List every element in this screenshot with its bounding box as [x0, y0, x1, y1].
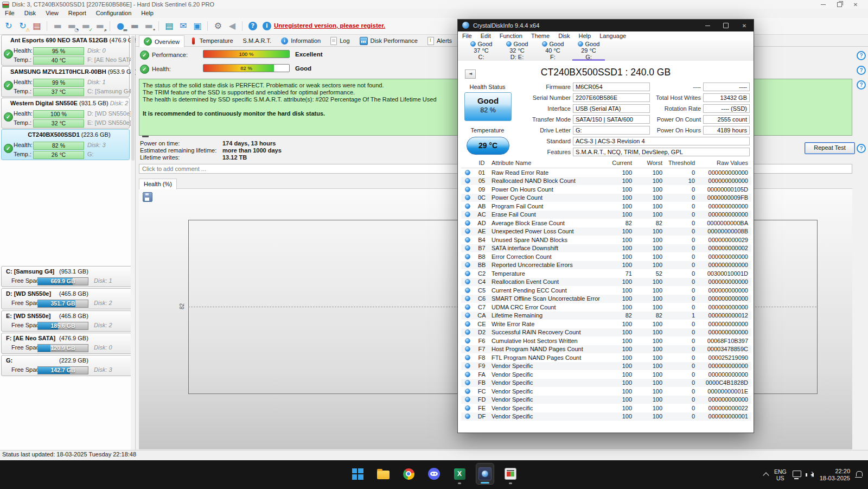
hds-tab[interactable]: Disk Performance [355, 35, 422, 46]
hard-disk-sentinel-taskbar-button[interactable] [501, 463, 520, 485]
maximize-button[interactable] [717, 20, 735, 31]
hds-tab[interactable]: Information [277, 35, 325, 46]
partition-panel[interactable]: E: [WD SN550e](465.8 GB) Free Space 185.… [1, 310, 132, 332]
tray-overflow-chevron-icon[interactable] [763, 472, 769, 478]
smart-row[interactable]: 09 Power On Hours Count 100 100 0 000000… [461, 185, 751, 194]
cdi-menu-item[interactable]: Edit [476, 31, 495, 40]
disk-panel-2[interactable]: Western Digital SN550E (931.5 GB) Disk: … [1, 98, 130, 129]
cdi-menu-item[interactable]: Theme [527, 31, 554, 40]
health-chart-tab[interactable]: Health (%) [139, 179, 177, 189]
speaker-icon[interactable] [810, 473, 814, 477]
smart-row[interactable]: CA Lifetime Remaining 82 82 1 0000000000… [461, 312, 751, 320]
smart-row[interactable]: D2 Successful RAIN Recovery Count 100 10… [461, 328, 751, 337]
smart-row[interactable]: F7 Host Program NAND Pages Count 100 100… [461, 345, 751, 354]
excel-button[interactable] [450, 463, 469, 485]
smart-row[interactable]: AE Unexpected Power Loss Count 100 100 0… [461, 227, 751, 236]
network-icon[interactable] [793, 471, 801, 477]
network-disk-icon[interactable]: ● ▬ [114, 20, 127, 33]
help-icon[interactable] [857, 144, 866, 153]
smart-row[interactable]: FC Vendor Specific 100 100 0 00000000001… [461, 387, 751, 396]
smart-row[interactable]: C6 SMART Offline Scan Uncorrectable Erro… [461, 295, 751, 303]
hds-menu-item[interactable]: Report [63, 9, 91, 18]
disk-panel-1[interactable]: SAMSUNG MZVL21T0HCLR-00BH (953.9 GB) Hea… [1, 66, 130, 97]
file-explorer-button[interactable] [374, 463, 392, 485]
repeat-test-button[interactable]: Repeat Test [805, 142, 855, 154]
hds-tab[interactable]: S.M.A.R.T. [239, 35, 276, 46]
info-icon[interactable]: i [260, 20, 273, 33]
disk-panel-0[interactable]: Ant Esports 690 NEO SATA 512GB (476.9 GB… [1, 35, 130, 66]
partition-panel[interactable]: D: [WD SN550e](465.8 GB) Free Space 351.… [1, 288, 132, 309]
settings-icon[interactable]: ⚙ [212, 20, 225, 33]
smart-row[interactable]: 01 Raw Read Error Rate 100 100 0 0000000… [461, 168, 751, 177]
hds-tab[interactable]: Temperature [186, 35, 238, 46]
mail-icon[interactable]: ✉ [177, 20, 190, 33]
hds-menu-item[interactable]: Disk [20, 9, 41, 18]
help-icon[interactable]: ? [246, 20, 259, 33]
cdi-titlebar[interactable]: CrystalDiskInfo 9.4.4 x64 ✕ [458, 20, 754, 31]
smart-row[interactable]: FA Vendor Specific 100 100 0 00000000000… [461, 370, 751, 379]
cdi-menu-item[interactable]: Language [595, 31, 630, 40]
smart-row[interactable]: F9 Vendor Specific 100 100 0 00000000000… [461, 362, 751, 371]
smart-row[interactable]: FE Vendor Specific 100 100 0 00000000002… [461, 404, 751, 412]
disk-strip-item[interactable]: Good 40 °C F: [535, 40, 571, 61]
disk-usb-icon[interactable]: ▬ • [142, 20, 155, 33]
disk-panel-3-selected[interactable]: CT240BX500SSD1 (223.6 GB) Health:82 %Dis… [1, 129, 130, 160]
smart-row[interactable]: 05 Reallocated NAND Block Count 100 100 … [461, 177, 751, 186]
hds-tab[interactable]: Alerts [423, 35, 456, 46]
cdi-menu-item[interactable]: Help [575, 31, 596, 40]
smart-row[interactable]: AB Program Fail Count 100 100 0 00000000… [461, 202, 751, 211]
partition-panel[interactable]: C: [Samsung G4](953.1 GB) Free Space 669… [1, 266, 132, 287]
cdi-menu-item[interactable]: Function [495, 31, 527, 40]
start-button[interactable] [348, 463, 367, 485]
hds-menu-item[interactable]: Configuration [91, 9, 136, 18]
report-notepad-icon[interactable]: ▤ [163, 20, 176, 33]
cdi-menu-item[interactable]: Disk [554, 31, 574, 40]
hds-menu-item[interactable]: File [0, 9, 20, 18]
network-monitor-icon[interactable]: ▣ [191, 20, 204, 33]
disk-search-icon[interactable]: ▬ ⌕ [93, 20, 106, 33]
sound-icon[interactable]: ◀ [226, 20, 239, 33]
smart-row[interactable]: C7 UDMA CRC Error Count 100 100 0 000000… [461, 303, 751, 312]
disk-strip-item[interactable]: Good 37 °C C: [463, 40, 499, 61]
partition-panel[interactable]: G:(222.9 GB) Free Space 142.7 GB Disk: 3 [1, 355, 132, 376]
smart-row[interactable]: CE Write Error Rate 100 100 0 0000000000… [461, 320, 751, 328]
close-button[interactable]: ✕ [847, 0, 864, 9]
restore-button[interactable] [831, 0, 847, 9]
disk-schedule-icon[interactable]: ▬ ◔ [65, 20, 78, 33]
help-icon[interactable] [857, 51, 866, 60]
disk-offline-icon[interactable]: ▬ [51, 20, 64, 33]
taskbar-clock[interactable]: 22:2018-03-2025 [820, 468, 850, 482]
smart-row[interactable]: FB Vendor Specific 100 100 0 0000C4B1828… [461, 379, 751, 388]
register-link[interactable]: Unregistered version, please register. [274, 22, 385, 29]
refresh-icon[interactable]: ↻ [2, 20, 15, 33]
hds-menu-item[interactable]: View [41, 9, 63, 18]
save-chart-icon[interactable] [143, 192, 152, 202]
smart-row[interactable]: F8 FTL Program NAND Pages Count 100 100 … [461, 353, 751, 362]
disk-strip-item[interactable]: Good 29 °C G: [571, 40, 607, 61]
smart-row[interactable]: B7 SATA interface Downshift 100 100 0 00… [461, 244, 751, 253]
partition-panel[interactable]: F: [AE Neo SATA](476.9 GB) Free Space 12… [1, 333, 132, 354]
hds-tab[interactable]: Log [326, 35, 354, 46]
crystaldiskinfo-taskbar-button[interactable] [476, 463, 494, 485]
discord-button[interactable] [425, 463, 443, 485]
hds-titlebar[interactable]: Disk: 3, CT240BX500SSD1 [2207E60B586E] -… [0, 0, 868, 9]
help-icon[interactable] [857, 66, 866, 75]
close-button[interactable]: ✕ [735, 20, 754, 31]
notification-bell-icon[interactable] [856, 471, 863, 477]
smart-row[interactable]: C5 Current Pending ECC Count 100 100 0 0… [461, 286, 751, 295]
sidebar-scrollbar-thumb[interactable] [131, 36, 135, 161]
disk-strip-item[interactable]: Good 32 °C D: E: [499, 40, 535, 61]
minimize-button[interactable] [698, 20, 717, 31]
smart-row[interactable]: FD Vendor Specific 100 100 0 00000000000… [461, 396, 751, 404]
smart-row[interactable]: AD Average Block Erase Count 82 82 0 000… [461, 219, 751, 227]
smart-row[interactable]: DF Vendor Specific 100 100 0 00000000000… [461, 412, 751, 421]
help-icon[interactable] [857, 80, 866, 90]
smart-row[interactable]: C2 Temperature 71 52 0 00300010001D [461, 269, 751, 278]
disk-report-icon[interactable]: ▤ [30, 20, 43, 33]
disk-detect-icon[interactable]: ▬ [128, 20, 141, 33]
disk-accept-icon[interactable]: ▬ ✓ [79, 20, 92, 33]
smart-row[interactable]: B4 Unused Spare NAND Blocks 100 100 0 00… [461, 236, 751, 244]
smart-row[interactable]: BB Reported Uncorrectable Errors 100 100… [461, 261, 751, 270]
smart-row[interactable]: F6 Cumulative Host Sectors Written 100 1… [461, 336, 751, 345]
refresh-warning-icon[interactable]: ↻ ⚠ [16, 20, 29, 33]
